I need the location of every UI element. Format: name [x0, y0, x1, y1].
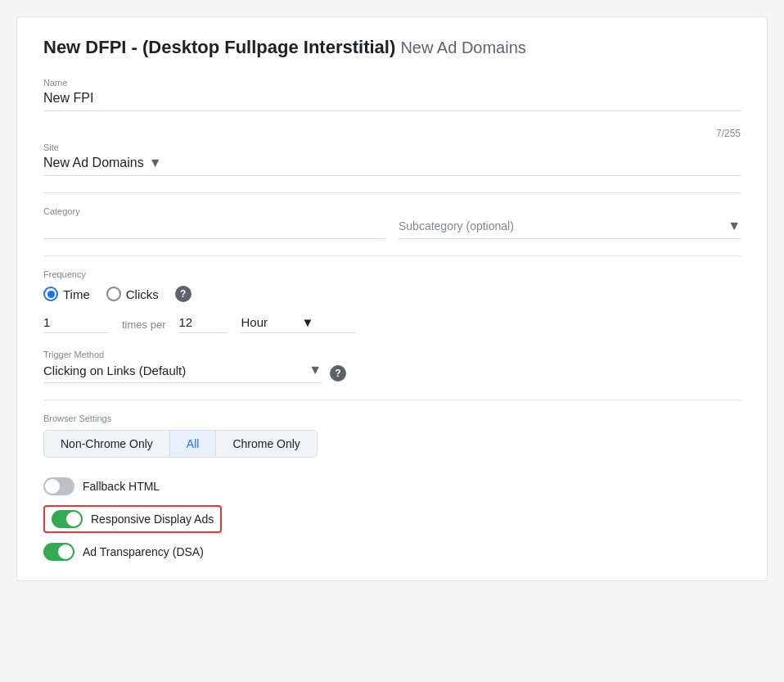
category-input[interactable] [43, 219, 385, 239]
category-left: Category [43, 206, 385, 239]
hour-label: Hour [241, 315, 295, 329]
page-title: New DFPI - (Desktop Fullpage Interstitia… [43, 37, 741, 58]
times-per-label: times per [122, 318, 165, 331]
trigger-label: Trigger Method [43, 350, 741, 359]
fallback-toggle[interactable] [43, 477, 74, 495]
trigger-section: Trigger Method Clicking on Links (Defaul… [43, 350, 741, 383]
category-label: Category [43, 206, 385, 216]
hour-dropdown-arrow[interactable]: ▼ [301, 315, 355, 329]
site-value-row: New Ad Domains ▼ [43, 156, 162, 170]
divider-1 [43, 192, 741, 193]
frequency-inputs: times per Hour ▼ [43, 315, 741, 333]
ad-transparency-label: Ad Transparency (DSA) [83, 545, 204, 558]
category-row: Category Subcategory (optional) ▼ [43, 206, 741, 239]
frequency-section: Frequency Time Clicks ? times per Hour ▼ [43, 269, 741, 333]
browser-btn-chrome[interactable]: Chrome Only [216, 431, 316, 457]
fallback-label: Fallback HTML [83, 480, 160, 493]
name-section: Name New FPI [43, 78, 741, 111]
radio-clicks-label: Clicks [126, 287, 159, 301]
toggles-section: Fallback HTML Responsive Display Ads Ad … [43, 477, 741, 561]
site-value: New Ad Domains [43, 156, 144, 170]
page-title-normal: New Ad Domains [400, 38, 525, 56]
browser-settings-label: Browser Settings [43, 413, 741, 423]
ad-transparency-toggle[interactable] [43, 543, 74, 561]
fallback-toggle-row: Fallback HTML [43, 477, 741, 495]
trigger-value: Clicking on Links (Default) [43, 364, 302, 377]
browser-settings-section: Browser Settings Non-Chrome Only All Chr… [43, 413, 741, 458]
ad-transparency-toggle-row: Ad Transparency (DSA) [43, 543, 741, 561]
responsive-label: Responsive Display Ads [91, 513, 214, 526]
site-dropdown-arrow[interactable]: ▼ [149, 156, 162, 170]
radio-time-circle[interactable] [43, 287, 58, 301]
browser-btn-non-chrome[interactable]: Non-Chrome Only [44, 431, 170, 457]
responsive-toggle[interactable] [52, 510, 83, 528]
name-label: Name [43, 78, 741, 88]
frequency-help-icon[interactable]: ? [175, 286, 191, 302]
freq-number-input[interactable] [178, 315, 228, 333]
divider-3 [43, 400, 741, 400]
responsive-toggle-knob [66, 512, 81, 526]
subcategory-dropdown[interactable]: Subcategory (optional) ▼ [399, 219, 741, 239]
site-row: New Ad Domains ▼ [43, 156, 741, 176]
hour-dropdown[interactable]: Hour ▼ [241, 315, 355, 333]
subcategory-placeholder: Subcategory (optional) [399, 219, 728, 233]
responsive-highlighted-row: Responsive Display Ads [43, 505, 222, 533]
category-section: Category Subcategory (optional) ▼ [43, 206, 741, 239]
freq-value-input[interactable] [43, 315, 109, 333]
main-card: New DFPI - (Desktop Fullpage Interstitia… [16, 16, 768, 581]
radio-clicks[interactable]: Clicks [106, 287, 159, 301]
browser-btn-all[interactable]: All [170, 431, 217, 457]
frequency-label: Frequency [43, 269, 741, 279]
trigger-help-icon[interactable]: ? [330, 365, 346, 382]
browser-btn-group: Non-Chrome Only All Chrome Only [43, 430, 318, 458]
name-value[interactable]: New FPI [43, 91, 741, 111]
divider-2 [43, 255, 741, 256]
char-count: 7/255 [43, 128, 741, 139]
site-label: Site [43, 142, 741, 152]
site-section: 7/255 Site New Ad Domains ▼ [43, 128, 741, 176]
radio-time-label: Time [63, 287, 90, 301]
ad-transparency-toggle-knob [58, 544, 73, 559]
page-title-bold: New DFPI - (Desktop Fullpage Interstitia… [43, 37, 395, 57]
trigger-dropdown[interactable]: Clicking on Links (Default) ▼ [43, 363, 322, 383]
trigger-dropdown-arrow[interactable]: ▼ [309, 363, 322, 377]
radio-clicks-circle[interactable] [106, 287, 121, 301]
trigger-row: Clicking on Links (Default) ▼ ? [43, 363, 741, 383]
radio-group: Time Clicks ? [43, 286, 741, 302]
radio-time[interactable]: Time [43, 287, 90, 301]
fallback-toggle-knob [45, 479, 60, 494]
subcategory-dropdown-arrow[interactable]: ▼ [728, 219, 741, 233]
